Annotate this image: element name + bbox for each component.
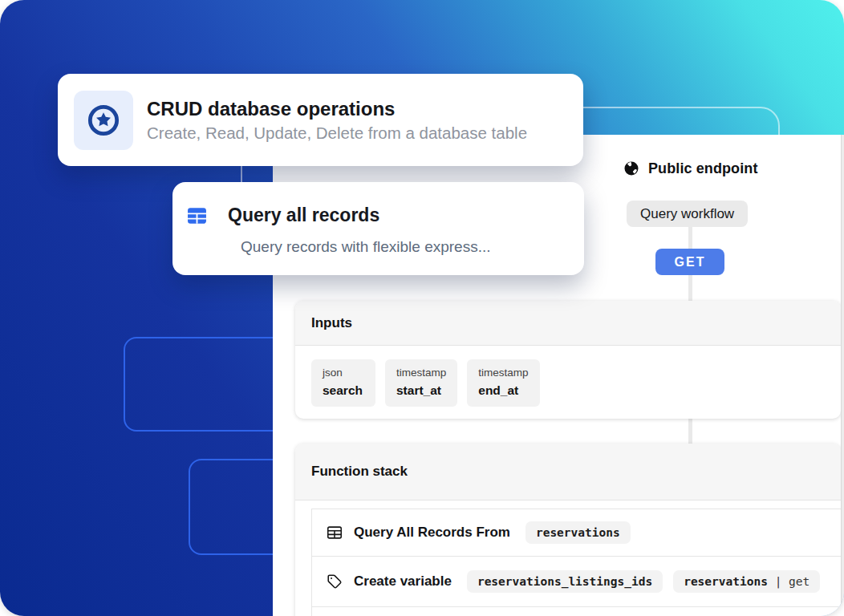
variable-value-chip[interactable]: reservations | get [673,570,820,593]
table-name-chip[interactable]: reservations [525,521,631,544]
star-badge-icon [85,102,122,139]
query-card-subtitle: Query records with flexible express... [241,238,584,256]
query-all-records-card[interactable]: Query all records Query records with fle… [172,182,584,275]
function-stack-body: Query All Records From reservations Crea… [295,500,841,616]
function-row-partial [312,607,841,616]
function-row-query-all-records[interactable]: Query All Records From reservations [312,509,841,557]
input-field-name: search [323,383,364,398]
inputs-panel-title: Inputs [311,315,352,331]
hero-screenshot: Public endpoint Query workflow GET Input… [0,0,844,616]
inputs-panel-body: json search timestamp start_at timestamp… [295,346,841,419]
input-field-end-at[interactable]: timestamp end_at [467,359,539,407]
function-row-label: Query All Records From [354,525,510,541]
input-field-search[interactable]: json search [311,359,375,407]
query-workflow-chip[interactable]: Query workflow [627,201,748,227]
table-icon [186,206,208,225]
crud-card-text: CRUD database operations Create, Read, U… [147,97,527,143]
query-card-title: Query all records [228,205,379,226]
function-stack-rows: Query All Records From reservations Crea… [311,509,841,616]
input-field-type: timestamp [478,367,528,379]
input-field-type: json [323,367,364,379]
function-row-label: Create variable [354,573,452,590]
query-card-title-row: Query all records [186,205,584,226]
inputs-panel-header: Inputs [295,301,841,346]
input-field-start-at[interactable]: timestamp start_at [385,359,457,407]
crud-card-title: CRUD database operations [147,97,527,121]
crud-operations-card[interactable]: CRUD database operations Create, Read, U… [58,74,583,166]
variable-name-chip[interactable]: reservations_listings_ids [467,570,663,593]
function-stack-title: Function stack [311,464,408,480]
function-stack-header: Function stack [295,444,841,500]
crud-card-subtitle: Create, Read, Update, Delete from a data… [147,124,527,143]
function-row-create-variable[interactable]: Create variable reservations_listings_id… [312,557,841,607]
function-stack-panel: Function stack Query All Records From re… [295,444,841,616]
inputs-panel: Inputs json search timestamp start_at ti… [295,301,841,419]
tag-icon [326,573,343,590]
public-endpoint-header: Public endpoint [623,160,758,177]
globe-icon [623,160,640,177]
canvas-right-edge [841,135,844,616]
input-field-name: end_at [478,383,528,398]
public-endpoint-label: Public endpoint [648,160,758,177]
get-method-button[interactable]: GET [655,249,724,275]
icon-tile [74,91,133,150]
input-field-name: start_at [396,383,446,398]
table-outline-icon [326,524,343,541]
input-field-type: timestamp [396,367,446,379]
